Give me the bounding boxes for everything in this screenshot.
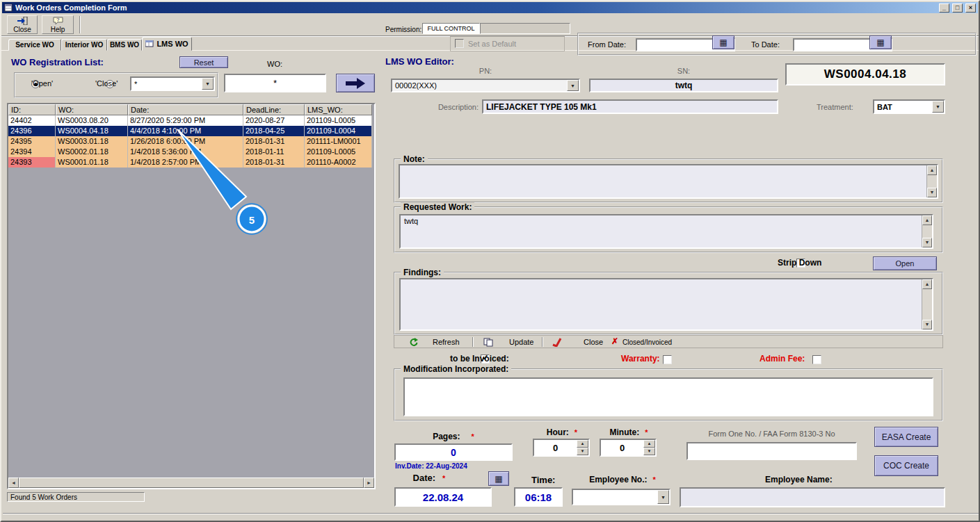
tab-bms-wo[interactable]: BMS WO <box>107 39 142 51</box>
refresh-icon[interactable] <box>408 337 418 347</box>
scroll-right-icon[interactable]: ► <box>364 478 374 488</box>
to-date-calendar-button[interactable]: ▦ <box>869 35 892 49</box>
arrow-right-icon <box>344 77 367 90</box>
col-header-id[interactable]: ID: <box>8 104 56 115</box>
permission-label: Permission: <box>385 26 421 33</box>
admin-fee-checkbox[interactable] <box>812 355 821 364</box>
wo-filter-dropdown[interactable]: * ▼ <box>130 76 215 91</box>
table-row[interactable]: 24393 WS0001.01.18 1/4/2018 2:57:00 PM 2… <box>8 157 372 168</box>
cell-wo: WS0003.08.20 <box>56 115 128 126</box>
spin-down-icon[interactable]: ▼ <box>643 448 655 455</box>
scroll-left-icon[interactable]: ◄ <box>8 478 19 488</box>
date-calendar-button[interactable]: ▦ <box>488 471 509 486</box>
wo-filter-label: WO: <box>224 60 326 68</box>
horizontal-scrollbar[interactable]: ◄ ► <box>8 478 374 488</box>
cell-id: 24396 <box>8 126 56 136</box>
reset-button[interactable]: Reset <box>179 56 228 68</box>
time-field[interactable]: 06:18 <box>514 487 563 507</box>
table-row[interactable]: 24395 WS0003.01.18 1/26/2018 6:00:00 PM … <box>8 136 372 147</box>
close-button-label: Close <box>13 26 31 33</box>
open-button[interactable]: Open <box>873 256 937 270</box>
tab-lms-wo[interactable]: LMS WO <box>142 37 192 51</box>
wo-list-box: ID: WO: Date: DeadLine: LMS_WO: 24402 WS… <box>7 103 376 489</box>
pages-label: Pages: <box>433 432 460 441</box>
close-pen-icon[interactable] <box>552 337 562 347</box>
chevron-down-icon[interactable]: ▼ <box>567 80 579 91</box>
scroll-up-icon[interactable]: ▲ <box>927 165 937 175</box>
tab-service-wo[interactable]: Service WO <box>8 39 61 51</box>
modification-textarea[interactable] <box>403 377 933 416</box>
minute-stepper[interactable]: 0 ▲ ▼ <box>600 439 657 457</box>
cell-deadline: 2018-04-25 <box>243 126 305 136</box>
cell-wo: WS0004.04.18 <box>56 126 128 136</box>
closed-invoiced-button[interactable]: Closed/Invoiced <box>622 339 672 346</box>
minimize-button[interactable]: _ <box>939 3 949 13</box>
table-row[interactable]: 24402 WS0003.08.20 8/27/2020 5:29:00 PM … <box>8 115 372 126</box>
date-field[interactable]: 22.08.24 <box>394 487 492 507</box>
wo-search-input[interactable]: * <box>224 74 326 92</box>
help-button[interactable]: ? Help <box>42 15 74 34</box>
chevron-down-icon[interactable]: ▼ <box>202 78 214 90</box>
scroll-up-icon[interactable]: ▲ <box>922 279 932 289</box>
col-header-deadline[interactable]: DeadLine: <box>243 104 305 115</box>
x-mark-icon[interactable]: ✗ <box>611 336 618 346</box>
findings-scrollbar[interactable]: ▲ ▼ <box>922 279 932 329</box>
spin-up-icon[interactable]: ▲ <box>643 440 655 448</box>
title-bar[interactable]: Work Orders Completion Form _ □ × <box>2 2 978 13</box>
sn-field[interactable]: twtq <box>589 79 778 92</box>
pages-field[interactable]: 0 <box>394 443 513 461</box>
scroll-down-icon[interactable]: ▼ <box>927 188 937 197</box>
update-copy-icon[interactable] <box>483 338 493 347</box>
wo-number-display: WS0004.04.18 <box>785 63 945 85</box>
table-header-row: ID: WO: Date: DeadLine: LMS_WO: <box>8 104 372 115</box>
note-scrollbar[interactable]: ▲ ▼ <box>926 165 937 197</box>
col-header-lms-wo[interactable]: LMS_WO: <box>305 104 372 115</box>
spin-up-icon[interactable]: ▲ <box>577 440 588 448</box>
employee-name-field[interactable] <box>680 487 945 507</box>
update-button[interactable]: Update <box>509 338 533 346</box>
treatment-dropdown[interactable]: BAT ▼ <box>873 99 945 114</box>
col-header-date[interactable]: Date: <box>128 104 243 115</box>
cell-lms-wo: 201111-LM0001 <box>305 136 372 147</box>
from-date-calendar-button[interactable]: ▦ <box>712 35 734 49</box>
chevron-down-icon[interactable]: ▼ <box>932 101 944 113</box>
form-one-input[interactable] <box>686 442 857 460</box>
go-search-button[interactable] <box>336 74 375 92</box>
coc-create-button[interactable]: COC Create <box>874 455 938 476</box>
requested-work-textarea[interactable]: twtq ▲ ▼ <box>399 214 933 249</box>
scroll-down-icon[interactable]: ▼ <box>922 320 932 329</box>
findings-textarea[interactable]: ▲ ▼ <box>399 278 933 331</box>
permission-extra-field <box>480 23 570 34</box>
cell-deadline: 2018-01-11 <box>243 147 305 157</box>
spin-down-icon[interactable]: ▼ <box>577 448 588 455</box>
set-default-checkbox[interactable] <box>455 39 464 48</box>
employee-no-dropdown[interactable]: ▼ <box>572 489 670 505</box>
hour-stepper[interactable]: 0 ▲ ▼ <box>533 439 590 457</box>
employee-no-label: Employee No.: <box>589 475 647 484</box>
easa-create-button[interactable]: EASA Create <box>874 427 938 447</box>
refresh-button[interactable]: Refresh <box>433 338 460 346</box>
requested-work-scrollbar[interactable]: ▲ ▼ <box>922 215 932 247</box>
pn-dropdown[interactable]: 00002(XXX) ▼ <box>391 79 580 92</box>
tab-interior-wo[interactable]: Interior WO <box>61 39 107 51</box>
cell-date: 4/4/2018 4:10:00 PM <box>128 126 243 136</box>
maximize-button[interactable]: □ <box>952 3 963 13</box>
table-row[interactable]: 24394 WS0002.01.18 1/4/2018 5:36:00 PM 2… <box>8 147 372 157</box>
table-row-selected[interactable]: 24396 WS0004.04.18 4/4/2018 4:10:00 PM 2… <box>8 126 372 136</box>
work-orders-window: Work Orders Completion Form _ □ × Close … <box>0 0 980 522</box>
close-wo-button[interactable]: Close <box>584 338 603 346</box>
scroll-up-icon[interactable]: ▲ <box>922 215 932 225</box>
col-header-wo[interactable]: WO: <box>56 104 128 115</box>
cell-deadline: 2018-01-31 <box>243 157 305 168</box>
scrollbar-thumb[interactable] <box>19 478 364 488</box>
chevron-down-icon[interactable]: ▼ <box>657 490 669 504</box>
close-window-button[interactable]: × <box>965 3 976 13</box>
admin-fee-label: Admin Fee: <box>760 354 805 364</box>
minute-label: Minute: <box>610 427 640 437</box>
scroll-down-icon[interactable]: ▼ <box>922 238 932 247</box>
strip-down-label: Strip Down <box>778 258 821 268</box>
close-button[interactable]: Close <box>7 15 38 34</box>
note-textarea[interactable]: ▲ ▼ <box>399 164 938 199</box>
warranty-checkbox[interactable] <box>663 355 672 364</box>
description-field[interactable]: LIFEJACKET TYPE 105 Mk1 <box>482 99 778 114</box>
